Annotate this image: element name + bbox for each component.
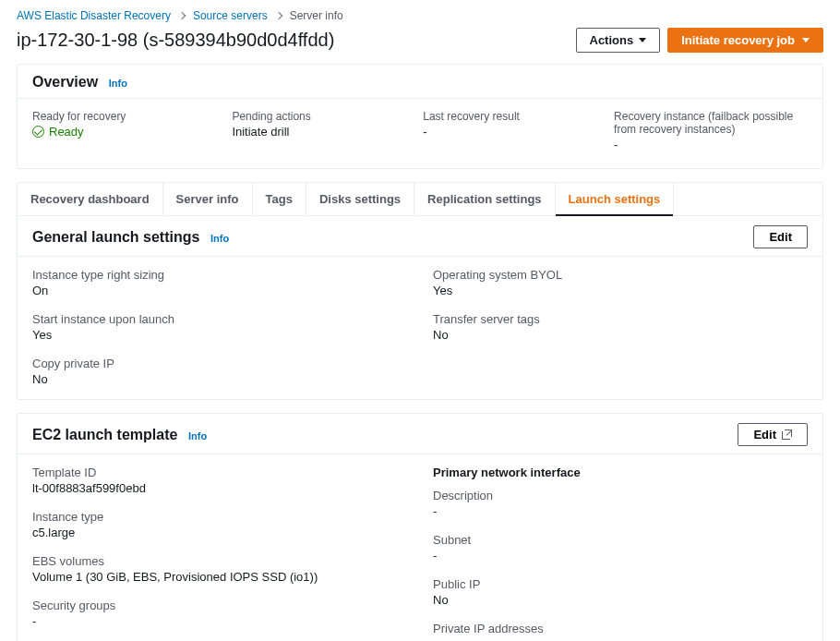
actions-label: Actions [590, 33, 634, 47]
template-id-label: Template ID [32, 466, 407, 479]
os-byol-value: Yes [433, 284, 808, 297]
general-launch-edit-button[interactable]: Edit [753, 225, 808, 248]
tab-server-info[interactable]: Server info [163, 183, 253, 215]
last-result-value: - [423, 125, 599, 139]
chevron-right-icon [274, 12, 282, 19]
description-value: - [433, 504, 808, 518]
start-instance-label: Start instance upon launch [32, 312, 407, 326]
check-circle-icon [32, 126, 44, 138]
private-ip-label: Private IP addresses [433, 622, 808, 635]
copy-ip-value: No [32, 372, 407, 386]
ready-value: Ready [49, 125, 84, 139]
overview-header: Overview Info [18, 65, 822, 98]
right-sizing-label: Instance type right sizing [32, 268, 407, 282]
description-label: Description [433, 489, 808, 502]
right-sizing-value: On [32, 284, 407, 297]
breadcrumb-source-servers[interactable]: Source servers [193, 9, 268, 22]
ready-status: Ready [32, 125, 84, 139]
overview-panel: Overview Info Ready for recovery Ready P… [17, 64, 823, 169]
launch-settings-content: General launch settings Info Edit Instan… [17, 215, 823, 400]
general-launch-info-link[interactable]: Info [210, 233, 229, 244]
ec2-template-header: EC2 launch template Info Edit [18, 414, 822, 454]
recovery-instance-value: - [614, 138, 808, 151]
tab-disks-settings[interactable]: Disks settings [306, 183, 414, 215]
edit-label: Edit [769, 230, 792, 244]
tab-launch-settings[interactable]: Launch settings [556, 183, 675, 215]
chevron-right-icon [178, 12, 186, 19]
tab-replication-settings[interactable]: Replication settings [414, 183, 556, 215]
template-id-value: lt-00f8883af599f0ebd [32, 481, 407, 495]
general-launch-header: General launch settings Info Edit [18, 216, 822, 256]
ebs-label: EBS volumes [32, 554, 407, 568]
tab-tags[interactable]: Tags [253, 183, 306, 215]
ebs-value: Volume 1 (30 GiB, EBS, Provisioned IOPS … [32, 570, 407, 584]
transfer-tags-label: Transfer server tags [433, 312, 808, 326]
edit-label: Edit [753, 428, 776, 441]
copy-ip-label: Copy private IP [32, 357, 407, 370]
overview-heading: Overview [32, 74, 98, 90]
subnet-label: Subnet [433, 533, 808, 547]
primary-label: Initiate recovery job [681, 33, 795, 47]
ec2-template-info-link[interactable]: Info [188, 430, 207, 441]
security-groups-label: Security groups [32, 599, 407, 612]
ec2-template-panel: EC2 launch template Info Edit Template I… [17, 413, 823, 641]
public-ip-label: Public IP [433, 577, 808, 591]
security-groups-value: - [32, 614, 407, 628]
caret-down-icon [802, 38, 810, 42]
instance-type-value: c5.large [32, 526, 407, 539]
pending-label: Pending actions [232, 110, 408, 123]
breadcrumb-root[interactable]: AWS Elastic Disaster Recovery [17, 9, 171, 22]
tabs: Recovery dashboard Server info Tags Disk… [17, 182, 823, 215]
header-actions: Actions Initiate recovery job [576, 28, 824, 53]
transfer-tags-value: No [433, 328, 808, 342]
page-title: ip-172-30-1-98 (s-589394b90d0d4ffdd) [17, 30, 334, 51]
general-launch-heading: General launch settings [32, 229, 199, 245]
subnet-value: - [433, 549, 808, 562]
breadcrumb-current: Server info [290, 9, 343, 22]
ec2-template-edit-button[interactable]: Edit [738, 423, 808, 446]
pending-value: Initiate drill [232, 125, 408, 139]
public-ip-value: No [433, 593, 808, 607]
initiate-recovery-button[interactable]: Initiate recovery job [667, 28, 823, 53]
ec2-template-heading: EC2 launch template [32, 427, 177, 442]
external-link-icon [782, 429, 792, 440]
last-result-label: Last recovery result [423, 110, 599, 123]
private-ip-value: - [433, 637, 808, 641]
caret-down-icon [639, 38, 646, 42]
page-header: ip-172-30-1-98 (s-589394b90d0d4ffdd) Act… [17, 28, 823, 53]
recovery-instance-label: Recovery instance (failback possible fro… [614, 110, 808, 136]
breadcrumb: AWS Elastic Disaster Recovery Source ser… [17, 9, 823, 22]
overview-info-link[interactable]: Info [109, 78, 127, 89]
ready-label: Ready for recovery [32, 110, 217, 123]
start-instance-value: Yes [32, 328, 407, 342]
tab-recovery-dashboard[interactable]: Recovery dashboard [18, 183, 163, 215]
os-byol-label: Operating system BYOL [433, 268, 808, 282]
instance-type-label: Instance type [32, 510, 407, 524]
primary-network-interface-heading: Primary network interface [433, 466, 808, 479]
actions-menu-button[interactable]: Actions [576, 28, 661, 53]
